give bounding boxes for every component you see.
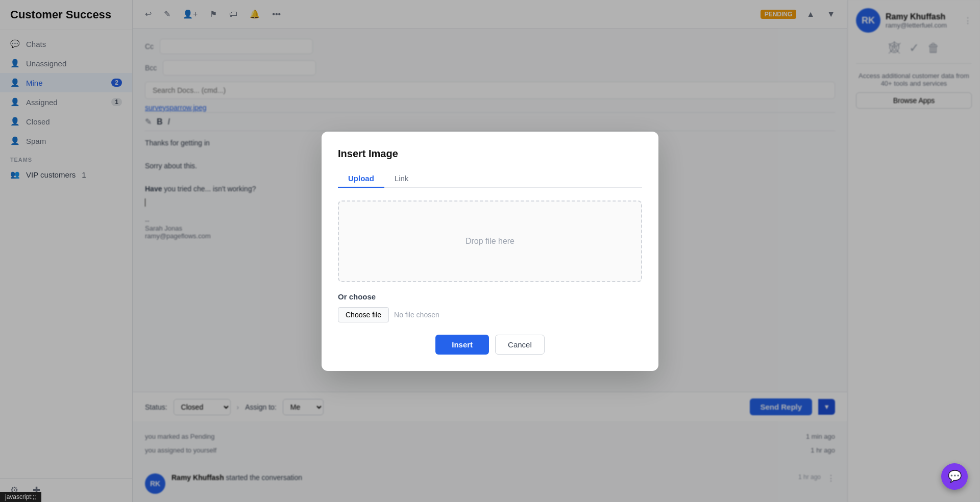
drop-zone-text: Drop file here <box>465 237 514 246</box>
file-row: Choose file No file chosen <box>338 307 642 322</box>
chat-widget-button[interactable]: 💬 <box>941 463 968 490</box>
tab-row: Upload Link <box>338 170 642 188</box>
js-bar-text: javascript:;; <box>5 493 36 500</box>
no-file-text: No file chosen <box>394 311 439 319</box>
modal-title: Insert Image <box>338 148 642 160</box>
drop-zone[interactable]: Drop file here <box>338 200 642 282</box>
insert-image-modal: Insert Image Upload Link Drop file here … <box>322 132 658 371</box>
modal-actions: Insert Cancel <box>338 335 642 355</box>
cancel-button[interactable]: Cancel <box>495 335 545 355</box>
modal-overlay: Insert Image Upload Link Drop file here … <box>0 0 980 502</box>
js-bar: javascript:;; <box>0 492 41 502</box>
choose-file-button[interactable]: Choose file <box>338 307 389 322</box>
tab-upload[interactable]: Upload <box>338 170 384 188</box>
tab-link[interactable]: Link <box>384 170 419 188</box>
insert-button[interactable]: Insert <box>435 335 489 355</box>
chat-widget-icon: 💬 <box>948 470 962 483</box>
or-choose-label: Or choose <box>338 292 642 301</box>
